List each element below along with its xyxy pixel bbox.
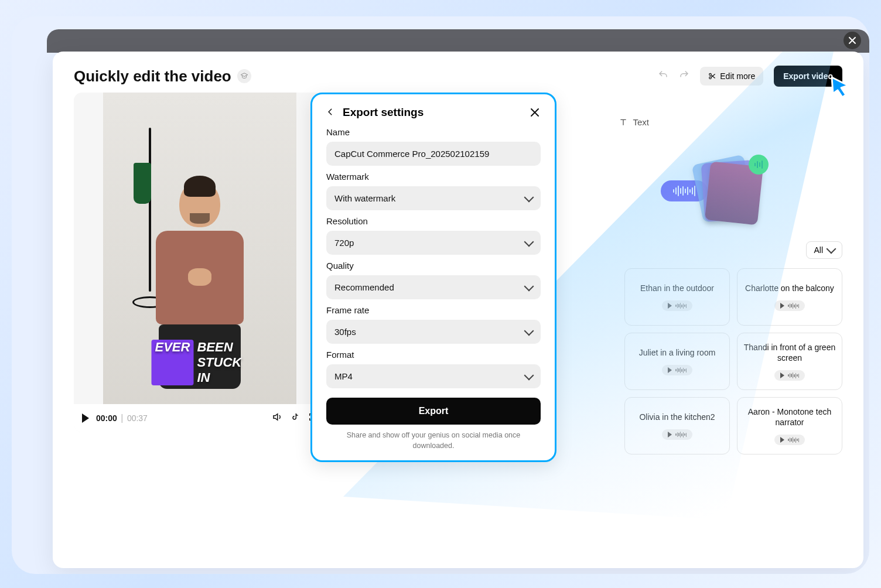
voice-play-button[interactable]	[662, 300, 692, 311]
waveform-icon	[675, 367, 687, 373]
resolution-value: 720p	[334, 238, 354, 248]
edit-more-label: Edit more	[720, 71, 755, 81]
waveform-icon	[788, 303, 799, 309]
video-caption: EVER BEEN STUCK IN	[152, 340, 248, 385]
export-button[interactable]: Export	[326, 398, 541, 425]
undo-button[interactable]	[658, 70, 668, 83]
quality-select[interactable]: Recommended	[326, 275, 541, 299]
waveform-icon	[675, 432, 687, 437]
outer-container: Quickly edit the video Edit more Export …	[12, 16, 869, 574]
volume-icon	[272, 412, 282, 422]
voice-grid: Ethan in the outdoor Charlotte on the ba…	[624, 268, 842, 454]
caption-rest: BEEN STUCK IN	[197, 340, 248, 385]
voice-play-button[interactable]	[662, 365, 692, 375]
name-input[interactable]	[326, 142, 541, 166]
chevron-down-icon	[524, 370, 534, 380]
play-icon	[668, 303, 672, 309]
watermark-select[interactable]: With watermark	[326, 186, 541, 210]
current-time: 00:00	[96, 413, 117, 423]
tiktok-button[interactable]	[291, 412, 300, 425]
quality-label: Quality	[326, 261, 541, 271]
player-controls: 00:00 | 00:37	[74, 404, 326, 432]
voice-name: Aaron - Monotone tech narrator	[743, 406, 836, 428]
modal-close-button[interactable]	[529, 107, 541, 118]
chevron-down-icon	[524, 326, 534, 336]
format-select[interactable]: MP4	[326, 364, 541, 388]
modal-header: Export settings	[326, 106, 541, 119]
chevron-down-icon	[524, 281, 534, 291]
close-icon	[530, 108, 539, 117]
resolution-select[interactable]: 720p	[326, 231, 541, 255]
waveform-icon	[675, 303, 687, 309]
format-value: MP4	[334, 371, 353, 381]
export-settings-modal: Export settings Name Watermark With wate…	[310, 93, 556, 462]
resolution-label: Resolution	[326, 216, 541, 226]
volume-button[interactable]	[272, 412, 282, 425]
voice-card[interactable]: Charlotte on the balcony	[737, 268, 842, 326]
edit-more-button[interactable]: Edit more	[700, 67, 763, 86]
play-icon	[668, 367, 672, 373]
chevron-down-icon	[827, 244, 836, 254]
watermark-value: With watermark	[334, 193, 395, 203]
graduation-icon[interactable]	[237, 69, 251, 83]
voice-name: Ethan in the outdoor	[640, 283, 714, 293]
export-note: Share and show off your genius on social…	[326, 430, 541, 451]
redo-button[interactable]	[679, 70, 689, 83]
voice-name: Juliet in a living room	[639, 347, 716, 358]
voice-play-button[interactable]	[774, 370, 805, 381]
close-icon	[848, 36, 856, 45]
image-stack	[702, 163, 760, 221]
framerate-value: 30fps	[334, 327, 356, 337]
header: Quickly edit the video Edit more Export …	[53, 52, 863, 93]
voice-name: Olivia in the kitchen2	[639, 412, 715, 422]
voice-card[interactable]: Ethan in the outdoor	[624, 268, 730, 326]
export-video-label: Export video	[783, 71, 833, 81]
text-icon	[619, 118, 628, 127]
tab-text-label: Text	[633, 117, 649, 127]
page-title: Quickly edit the video	[74, 67, 231, 86]
media-preview-badge	[672, 163, 790, 227]
total-time: 00:37	[127, 413, 148, 423]
header-actions: Edit more Export video	[658, 66, 842, 87]
audio-badge-icon	[749, 155, 769, 175]
play-icon	[668, 432, 672, 437]
window-titlebar	[47, 29, 869, 53]
tiktok-icon	[291, 412, 300, 422]
waveform-icon	[788, 437, 799, 443]
voice-card[interactable]: Juliet in a living room	[624, 333, 730, 390]
voice-name: Thandi in front of a green screen	[743, 342, 836, 363]
chevron-left-icon	[326, 108, 334, 116]
voice-play-button[interactable]	[774, 435, 805, 445]
export-video-button[interactable]: Export video	[774, 66, 842, 87]
filter-dropdown[interactable]: All	[806, 241, 842, 259]
play-icon	[780, 372, 784, 378]
waveform-icon	[788, 372, 799, 378]
graduation-cap-icon	[240, 72, 248, 80]
framerate-select[interactable]: 30fps	[326, 320, 541, 344]
modal-title: Export settings	[343, 106, 424, 119]
tab-text[interactable]: Text	[619, 117, 649, 127]
voice-card[interactable]: Thandi in front of a green screen	[737, 333, 842, 390]
format-label: Format	[326, 350, 541, 360]
video-scene: EVER BEEN STUCK IN	[103, 93, 296, 432]
caption-highlight-word: EVER	[152, 340, 194, 385]
time-separator: |	[121, 413, 123, 423]
close-window-button[interactable]	[844, 32, 861, 49]
filter-label: All	[814, 245, 823, 255]
watermark-label: Watermark	[326, 172, 541, 182]
voice-play-button[interactable]	[662, 429, 692, 440]
voice-name: Charlotte on the balcony	[745, 283, 834, 293]
voice-card[interactable]: Aaron - Monotone tech narrator	[737, 397, 842, 454]
voice-card[interactable]: Olivia in the kitchen2	[624, 397, 730, 454]
play-button[interactable]	[82, 413, 89, 423]
voice-play-button[interactable]	[774, 300, 805, 311]
chevron-down-icon	[524, 237, 534, 247]
name-label: Name	[326, 127, 541, 137]
time-display: 00:00 | 00:37	[96, 413, 148, 423]
chevron-down-icon	[524, 192, 534, 202]
video-preview[interactable]: EVER BEEN STUCK IN 00:00 | 00:37	[74, 93, 326, 432]
play-icon	[780, 303, 784, 309]
undo-icon	[658, 70, 668, 80]
redo-icon	[679, 70, 689, 80]
back-button[interactable]	[326, 107, 334, 119]
